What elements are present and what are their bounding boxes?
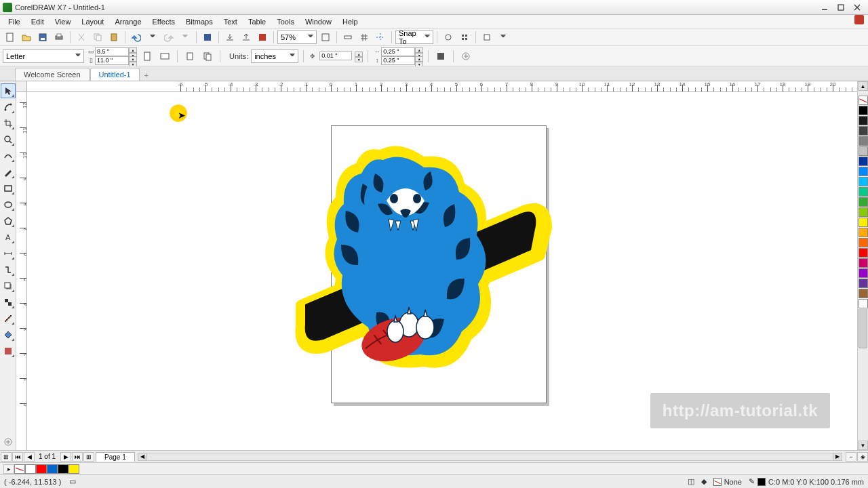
duplicate-x-input[interactable]: 0.25 " bbox=[381, 47, 415, 56]
paste-button[interactable] bbox=[106, 30, 121, 45]
nudge-spinner[interactable]: ▲▼ bbox=[355, 52, 363, 60]
treat-as-filled-button[interactable] bbox=[433, 49, 448, 64]
menu-bitmaps[interactable]: Bitmaps bbox=[180, 15, 218, 28]
tab-welcome-screen[interactable]: Welcome Screen bbox=[15, 68, 90, 81]
scroll-right-button[interactable]: ▶ bbox=[833, 453, 842, 461]
scroll-down-button[interactable]: ▼ bbox=[858, 441, 868, 450]
add-tab-button[interactable]: + bbox=[140, 70, 153, 81]
ruler-origin[interactable] bbox=[16, 81, 27, 92]
drawing-canvas[interactable]: ➤ TIGERS TENNESSEE VALLEY bbox=[27, 92, 857, 450]
palette-swatch[interactable] bbox=[859, 207, 868, 217]
search-content-button[interactable] bbox=[200, 30, 215, 45]
launch-button[interactable] bbox=[479, 30, 494, 45]
palette-swatch[interactable] bbox=[859, 167, 868, 176]
doc-palette-swatch[interactable] bbox=[47, 464, 58, 474]
app-launcher-button[interactable] bbox=[457, 30, 472, 45]
copy-button[interactable] bbox=[90, 30, 105, 45]
prev-page-button[interactable]: ◀ bbox=[24, 452, 35, 462]
landscape-button[interactable] bbox=[157, 49, 172, 64]
palette-swatch[interactable] bbox=[859, 106, 868, 115]
all-pages-button[interactable] bbox=[200, 49, 215, 64]
doc-palette-menu[interactable]: ▸ bbox=[3, 464, 14, 474]
palette-swatch[interactable] bbox=[859, 248, 868, 258]
last-page-button[interactable]: ⏭ bbox=[72, 452, 83, 462]
transparency-tool[interactable] bbox=[1, 295, 16, 310]
tab-untitled-1[interactable]: Untitled-1 bbox=[90, 68, 140, 81]
paper-size-select[interactable]: Letter bbox=[3, 49, 84, 63]
palette-swatch[interactable] bbox=[859, 146, 868, 156]
doc-palette-swatch[interactable] bbox=[58, 464, 68, 474]
current-page-button[interactable] bbox=[182, 49, 197, 64]
zoom-tool[interactable] bbox=[1, 132, 16, 147]
parallel-dimension-tool[interactable] bbox=[1, 246, 16, 261]
menu-table[interactable]: Table bbox=[243, 15, 271, 28]
text-tool[interactable]: A bbox=[1, 230, 16, 245]
palette-swatch[interactable] bbox=[859, 136, 868, 146]
palette-swatch[interactable] bbox=[859, 187, 868, 197]
open-button[interactable] bbox=[19, 30, 34, 45]
redo-button[interactable] bbox=[161, 30, 176, 45]
portrait-button[interactable] bbox=[140, 49, 155, 64]
add-page-after-button[interactable]: ⊞ bbox=[83, 452, 94, 462]
palette-swatch[interactable] bbox=[859, 157, 868, 166]
horizontal-scrollbar[interactable]: ◀ ▶ bbox=[138, 453, 842, 461]
height-spinner[interactable]: ▲▼ bbox=[129, 56, 137, 65]
maximize-button[interactable] bbox=[833, 2, 849, 13]
scroll-left-button[interactable]: ◀ bbox=[138, 453, 147, 461]
show-grid-button[interactable] bbox=[357, 30, 372, 45]
ellipse-tool[interactable] bbox=[1, 197, 16, 212]
cut-button[interactable] bbox=[74, 30, 89, 45]
palette-swatch[interactable] bbox=[859, 289, 868, 298]
palette-none[interactable] bbox=[859, 96, 868, 105]
shape-tool[interactable] bbox=[1, 100, 16, 115]
dup-y-spinner[interactable]: ▲▼ bbox=[415, 56, 423, 65]
menu-view[interactable]: View bbox=[50, 15, 77, 28]
undo-button[interactable] bbox=[129, 30, 144, 45]
redo-dropdown[interactable] bbox=[178, 30, 193, 45]
palette-swatch[interactable] bbox=[859, 279, 868, 288]
save-button[interactable] bbox=[35, 30, 50, 45]
zoom-out-nav[interactable]: − bbox=[846, 452, 856, 462]
add-page-button[interactable]: ⊞ bbox=[1, 452, 12, 462]
publish-pdf-button[interactable] bbox=[255, 30, 270, 45]
new-button[interactable] bbox=[3, 30, 18, 45]
palette-swatch[interactable] bbox=[859, 258, 868, 268]
zoom-level-select[interactable]: 57% bbox=[277, 30, 317, 44]
palette-swatch[interactable] bbox=[859, 197, 868, 207]
palette-swatch[interactable] bbox=[859, 116, 868, 125]
color-eyedropper-tool[interactable] bbox=[1, 311, 16, 326]
first-page-button[interactable]: ⏮ bbox=[12, 452, 23, 462]
menu-layout[interactable]: Layout bbox=[76, 15, 109, 28]
page-height-input[interactable]: 11.0 " bbox=[95, 56, 129, 65]
scroll-up-button[interactable]: ▲ bbox=[858, 81, 868, 91]
launch-dropdown[interactable] bbox=[496, 30, 511, 45]
menu-file[interactable]: File bbox=[3, 15, 26, 28]
menu-arrange[interactable]: Arrange bbox=[109, 15, 146, 28]
smart-fill-tool[interactable] bbox=[1, 344, 16, 359]
palette-swatch[interactable] bbox=[859, 268, 868, 278]
menu-effects[interactable]: Effects bbox=[147, 15, 180, 28]
palette-swatch[interactable] bbox=[859, 218, 868, 227]
palette-swatch[interactable] bbox=[859, 228, 868, 237]
import-button[interactable] bbox=[222, 30, 237, 45]
show-rulers-button[interactable] bbox=[340, 30, 355, 45]
menu-tools[interactable]: Tools bbox=[271, 15, 300, 28]
palette-swatch[interactable] bbox=[859, 299, 868, 308]
help-shortcut-icon[interactable] bbox=[854, 15, 864, 24]
menu-help[interactable]: Help bbox=[337, 15, 363, 28]
polygon-tool[interactable] bbox=[1, 214, 16, 228]
snap-to-select[interactable]: Snap To bbox=[395, 30, 433, 44]
next-page-button[interactable]: ▶ bbox=[60, 452, 71, 462]
quick-customize-button[interactable] bbox=[458, 49, 473, 64]
vertical-ruler[interactable]: 1211109876543210 bbox=[16, 92, 27, 450]
page-width-input[interactable]: 8.5 " bbox=[95, 47, 129, 56]
doc-palette-swatch[interactable] bbox=[25, 464, 36, 474]
crop-tool[interactable] bbox=[1, 116, 16, 131]
menu-window[interactable]: Window bbox=[300, 15, 337, 28]
width-spinner[interactable]: ▲▼ bbox=[129, 47, 137, 56]
artistic-media-tool[interactable] bbox=[1, 165, 16, 180]
menu-text[interactable]: Text bbox=[218, 15, 243, 28]
horizontal-ruler[interactable]: -6-5-4-3-2-10123456789101112131415161718… bbox=[27, 81, 857, 92]
fullscreen-preview-button[interactable] bbox=[318, 30, 333, 45]
doc-palette-none[interactable] bbox=[14, 464, 25, 474]
